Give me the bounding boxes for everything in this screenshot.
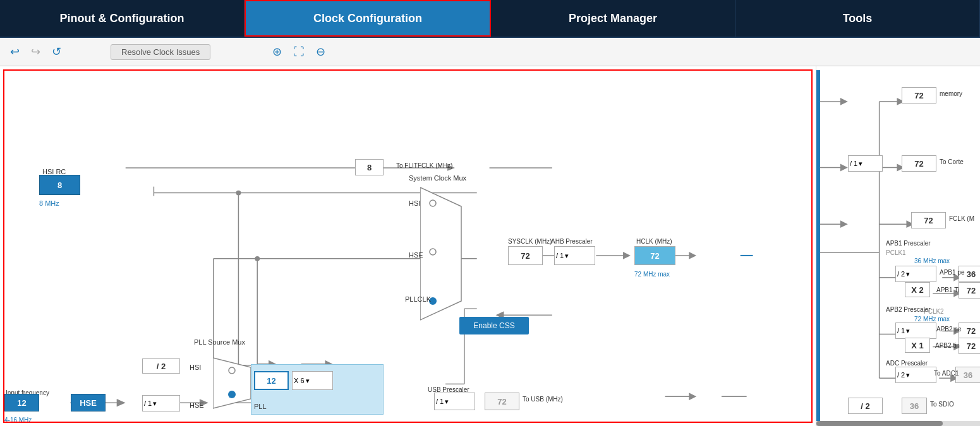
svg-marker-43: [213, 358, 251, 408]
pll-hsi-label: HSI: [190, 361, 201, 372]
pll-label: PLL: [254, 400, 267, 411]
pll-source-mux-label: PLL Source Mux: [194, 336, 245, 347]
chevron-down-icon: ▾: [565, 252, 569, 260]
usb-prescaler-select[interactable]: / 1 ▾: [434, 393, 475, 410]
sdio-value: 36: [902, 398, 927, 414]
toolbar: ↩ ↪ ↺ Resolve Clock Issues ⊕ ⛶ ⊖: [0, 38, 980, 66]
usb-to-label: To USB (MHz): [523, 393, 563, 404]
cortex-value: 72: [902, 155, 936, 172]
pll-hse-label: HSE: [190, 399, 204, 410]
pll-value-box[interactable]: 12: [254, 371, 289, 390]
svg-marker-52: [840, 98, 848, 105]
adc-prescaler-select[interactable]: / 2 ▾: [895, 367, 936, 383]
ahb-prescaler-label: AHB Prescaler: [551, 235, 593, 246]
memory-value: 72: [902, 87, 936, 104]
chevron-down-icon: ▾: [906, 270, 910, 278]
enable-css-button[interactable]: Enable CSS: [459, 317, 529, 334]
apb1-tim-label: APB1 Ti: [936, 283, 959, 295]
hclk-value[interactable]: 72: [634, 246, 675, 265]
zoom-out-icon[interactable]: ⊖: [316, 45, 325, 59]
chevron-down-icon: ▾: [445, 398, 449, 406]
apb2-pclk-value: 72: [959, 322, 980, 339]
pll-mul-select[interactable]: X 6 ▾: [292, 371, 333, 390]
apb2-pe-label: APB2 pe: [936, 322, 961, 334]
svg-rect-50: [816, 70, 820, 422]
apb2-x1-box: X 1: [905, 338, 930, 353]
apb1-timer-value: 72: [959, 282, 980, 299]
memory-label: memory: [940, 87, 962, 98]
svg-marker-56: [840, 220, 848, 228]
adc-value: 36: [955, 367, 980, 383]
hse-input-value[interactable]: 12: [4, 394, 39, 411]
resolve-clock-button[interactable]: Resolve Clock Issues: [111, 44, 210, 60]
sdio-to-label: To SDIO: [930, 398, 954, 409]
zoom-in-icon[interactable]: ⊕: [272, 45, 282, 59]
hse-block[interactable]: HSE: [71, 394, 106, 411]
cortex-label: To Corte: [940, 155, 964, 167]
tab-tools[interactable]: Tools: [735, 0, 980, 37]
svg-marker-36: [689, 252, 696, 259]
mux-hse-label: HSE: [409, 249, 423, 260]
apb2-timer-value: 72: [959, 338, 980, 354]
diagram-svg: [4, 71, 811, 422]
fclk-label: FCLK (M: [949, 212, 974, 223]
svg-marker-15: [117, 399, 124, 406]
tab-project[interactable]: Project Manager: [491, 0, 735, 37]
fclk-value: 72: [911, 212, 946, 228]
fit-icon[interactable]: ⛶: [293, 45, 305, 59]
apb1-prescaler-select[interactable]: / 2 ▾: [895, 266, 936, 282]
chevron-down-icon: ▾: [859, 160, 862, 168]
sdio-div-box: / 2: [848, 398, 883, 414]
pclk1-max-label: 36 MHz max: [914, 254, 950, 266]
redo-icon[interactable]: ↪: [31, 45, 40, 59]
right-panel: 72 memory / 1 ▾ 72 To Corte 72 FCLK (M A…: [816, 66, 980, 426]
chevron-down-icon: ▾: [153, 399, 157, 408]
refresh-icon[interactable]: ↺: [52, 45, 61, 59]
hclk-label: HCLK (MHz): [636, 235, 672, 246]
flitfclk-label: To FLITFCLK (MHz): [396, 159, 452, 170]
cortex-div-select[interactable]: / 1 ▾: [848, 155, 883, 172]
usb-value: 72: [485, 393, 519, 410]
hse-div1-select[interactable]: / 1 ▾: [142, 395, 180, 411]
horizontal-scrollbar[interactable]: [816, 421, 980, 426]
mux-hsi-label: HSI: [409, 197, 420, 208]
svg-marker-54: [840, 164, 848, 172]
chevron-down-icon: ▾: [906, 327, 910, 335]
ahb-prescaler-select[interactable]: / 1 ▾: [554, 246, 595, 265]
flitfclk-value: 8: [355, 159, 384, 175]
sysclk-label: SYSCLK (MHz): [508, 235, 552, 246]
scrollbar-thumb[interactable]: [816, 421, 943, 426]
svg-marker-39: [689, 393, 696, 400]
hse-range-label: 4-16 MHz: [4, 413, 32, 423]
sysclk-value: 72: [508, 246, 543, 265]
apb1-x2-box: X 2: [905, 282, 930, 297]
svg-point-44: [228, 391, 236, 398]
system-clock-mux-shape: [420, 181, 471, 326]
clock-diagram: HSI RC 8 8 MHz Input frequency 12 4-16 M…: [3, 69, 813, 423]
pclk2-label: PCLK2: [886, 305, 944, 316]
chevron-down-icon: ▾: [306, 377, 310, 385]
chevron-down-icon: ▾: [906, 371, 910, 379]
hsi-freq-label: 8 MHz: [39, 197, 59, 208]
hclk-max-label: 72 MHz max: [634, 268, 670, 279]
adc-to-label: To ADC1: [934, 367, 959, 378]
tab-clock[interactable]: Clock Configuration: [245, 0, 491, 37]
undo-icon[interactable]: ↩: [10, 45, 20, 59]
hsi-div2-box[interactable]: / 2: [142, 358, 180, 374]
apb1-pe-label: APB1 pe: [940, 266, 964, 277]
pclk1-label: PCLK1: [886, 246, 906, 257]
main-area: HSI RC 8 8 MHz Input frequency 12 4-16 M…: [0, 66, 980, 426]
hsi-rc-value[interactable]: 8: [39, 175, 80, 195]
apb2-tim-label: APB2 tin: [935, 339, 960, 350]
top-navigation: Pinout & Configuration Clock Configurati…: [0, 0, 980, 38]
tab-pinout[interactable]: Pinout & Configuration: [0, 0, 245, 37]
svg-marker-34: [623, 252, 631, 259]
apb2-prescaler-select[interactable]: / 1 ▾: [895, 322, 936, 339]
mux-pllclk-label: PLLCLK: [405, 293, 431, 304]
